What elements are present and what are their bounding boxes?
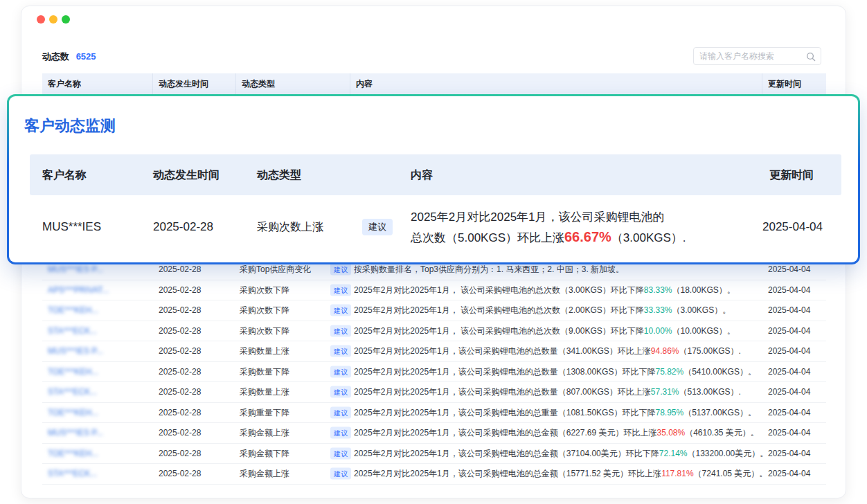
monitor-popup: 客户动态监测 客户名称 动态发生时间 动态类型 内容 更新时间 MUS***IE… (7, 94, 860, 264)
percent-highlight: 78.95% (655, 407, 683, 417)
table-row[interactable]: APS***PRIVAT...2025-02-28采购次数下降建议2025年2月… (42, 280, 826, 301)
percent-highlight: 75.82% (655, 366, 683, 376)
event-type: 采购金额下降 (240, 447, 289, 459)
table-row[interactable]: TOE***KEH...2025-02-28采购数量下降建议2025年2月对比2… (42, 362, 826, 383)
content-cell: 2025年2月对比2025年1月， 该公司采购锂电池的总次数（2.00KGS）环… (354, 305, 731, 316)
customer-name-link[interactable]: STA***ECK... (48, 326, 97, 336)
percent-highlight: 35.08% (656, 428, 685, 438)
content-cell: 2025年2月对比2025年1月，该公司采购锂电池的总金额（15771.52 美… (354, 468, 764, 480)
customer-name-link[interactable]: APS***PRIVAT... (48, 285, 109, 295)
update-date: 2025-04-04 (768, 387, 810, 397)
customer-name-link[interactable]: MUS***IES P... (48, 428, 103, 438)
content-text: （4610.35 美元）。 (685, 428, 759, 438)
suggestion-badge: 建议 (330, 468, 351, 480)
event-date: 2025-02-28 (159, 285, 201, 295)
customer-name-link[interactable]: MUS***IES P... (48, 264, 103, 274)
close-button[interactable] (37, 15, 45, 24)
content-text: （18.00KGS）。 (672, 285, 735, 294)
content-line-2: 总次数（5.00KGS）环比上涨66.67%（3.00KGS）. (411, 227, 686, 248)
column-header-update-date: 更新时间 (762, 73, 826, 94)
event-type: 采购次数下降 (240, 284, 289, 296)
event-date: 2025-02-28 (159, 469, 201, 478)
customer-name: MUS***IES (42, 220, 101, 234)
table-row[interactable]: TOE***KEH...2025-02-28采购次数下降建议2025年2月对比2… (42, 300, 826, 321)
customer-name-link[interactable]: TOE***KEH... (48, 449, 98, 458)
update-date: 2025-04-04 (768, 408, 810, 417)
column-header-content: 内容 (350, 73, 762, 94)
content-cell: 2025年2月对比2025年1月， 该公司采购锂电池的总次数（3.00KGS）环… (354, 284, 735, 296)
toolbar: 动态数 6525 (42, 46, 825, 67)
customer-name-link[interactable]: TOE***KEH... (48, 305, 98, 315)
suggestion-badge: 建议 (330, 345, 351, 357)
monitor-popup-body: 客户动态监测 客户名称 动态发生时间 动态类型 内容 更新时间 MUS***IE… (9, 96, 858, 262)
content-text: （133200.00美元）。 (688, 448, 765, 458)
content-text: 2025年2月对比2025年1月， 该公司采购锂电池的总次数（2.00KGS）环… (354, 305, 644, 315)
table-row[interactable]: STA***ECK...2025-02-28采购次数下降建议2025年2月对比2… (42, 321, 826, 342)
content-cell: 2025年2月对比2025年1月，该公司采购锂电池的总数量（341.00KGS）… (354, 345, 741, 357)
event-type: 采购Top供应商变化 (240, 264, 311, 276)
popup-column-customer: 客户名称 (42, 154, 87, 195)
content-cell: 按采购数量排名，Top3供应商分别为：1. 马来西亚；2. 中国；3. 新加坡。 (354, 264, 624, 276)
suggestion-badge: 建议 (362, 219, 393, 235)
suggestion-badge: 建议 (330, 264, 351, 276)
event-date: 2025-02-28 (159, 367, 201, 377)
event-type: 采购数量上涨 (240, 386, 289, 398)
suggestion-badge: 建议 (330, 386, 351, 398)
maximize-button[interactable] (62, 15, 70, 24)
customer-name-link[interactable]: STA***ECK... (48, 469, 97, 478)
search-box[interactable] (693, 47, 821, 65)
event-date: 2025-02-28 (159, 326, 201, 336)
content-cell: 2025年2月对比2025年1月，该公司采购锂电池的总重量（1081.50KGS… (354, 406, 756, 418)
customer-name-link[interactable]: STA***ECK... (48, 387, 97, 397)
table-row[interactable]: MUS***IES P...2025-02-28采购金额上涨建议2025年2月对… (42, 423, 826, 444)
content-cell: 2025年2月对比2025年1月，该公司采购锂电池的总数量（1308.00KGS… (354, 366, 756, 377)
popup-column-event-date: 动态发生时间 (153, 154, 220, 195)
customer-name-link[interactable]: MUS***IES P... (48, 346, 103, 356)
table-row[interactable]: TOE***KEH...2025-02-28采购重量下降建议2025年2月对比2… (42, 403, 826, 424)
event-date: 2025-02-28 (159, 264, 201, 274)
popup-table-row: MUS***IES 2025-02-28 采购次数上涨 建议 2025年2月对比… (30, 195, 841, 259)
window-controls (37, 15, 70, 24)
percent-highlight: 57.31% (651, 387, 679, 397)
content-text: 2025年2月对比2025年1月，该公司采购锂电池的总金额（6227.69 美元… (354, 428, 656, 438)
popup-column-update-date: 更新时间 (769, 154, 814, 195)
suggestion-badge: 建议 (330, 366, 351, 377)
customer-name-link[interactable]: TOE***KEH... (48, 408, 98, 417)
dynamic-count: 动态数 6525 (42, 51, 96, 63)
update-date: 2025-04-04 (768, 305, 810, 315)
popup-table-header: 客户名称 动态发生时间 动态类型 内容 更新时间 (30, 154, 841, 195)
content-cell: 2025年2月对比2025年1月，该公司采购锂电池的总数量（807.00KGS）… (354, 386, 741, 398)
update-date: 2025-04-04 (768, 367, 810, 377)
suggestion-badge: 建议 (330, 325, 351, 336)
percent-highlight: 94.86% (651, 346, 679, 356)
update-date: 2025-04-04 (762, 220, 823, 234)
customer-name-link[interactable]: TOE***KEH... (48, 367, 98, 377)
event-type: 采购重量下降 (240, 406, 289, 418)
popup-column-content: 内容 (411, 154, 433, 195)
event-type: 采购数量下降 (240, 366, 289, 377)
minimize-button[interactable] (49, 15, 57, 24)
content-text: 2025年2月对比2025年1月， 该公司采购锂电池的总次数（9.00KGS）环… (354, 325, 644, 335)
table-row[interactable]: STA***ECK...2025-02-28采购数量上涨建议2025年2月对比2… (42, 382, 826, 403)
event-date: 2025-02-28 (159, 387, 201, 397)
content-text: （5410.00KGS）。 (683, 366, 756, 376)
content-line-1: 2025年2月对比2025年1月，该公司采购锂电池的 (411, 207, 686, 227)
content-cell: 2025年2月对比2025年1月，该公司采购锂电池的 总次数（5.00KGS）环… (411, 207, 686, 248)
suggestion-badge: 建议 (330, 305, 351, 316)
event-date: 2025-02-28 (159, 408, 201, 417)
content-text: （10.00KGS）。 (672, 325, 735, 335)
event-date: 2025-02-28 (159, 428, 201, 438)
search-input[interactable] (694, 48, 799, 64)
percent-highlight: 10.00% (644, 325, 672, 335)
search-icon[interactable] (806, 52, 816, 62)
table-row[interactable]: TOE***KEH...2025-02-28采购金额下降建议2025年2月对比2… (42, 444, 826, 465)
table-row[interactable]: STA***ECK...2025-02-28采购金额上涨建议2025年2月对比2… (42, 464, 826, 485)
suggestion-badge: 建议 (330, 447, 351, 459)
table-row[interactable]: MUS***IES P...2025-02-28采购数量上涨建议2025年2月对… (42, 341, 826, 362)
update-date: 2025-04-04 (768, 264, 810, 274)
suggestion-badge: 建议 (330, 284, 351, 296)
content-text: 2025年2月对比2025年1月，该公司采购锂电池的总数量（807.00KGS）… (354, 387, 651, 397)
content-text: 2025年2月对比2025年1月，该公司采购锂电池的总重量（1081.50KGS… (354, 407, 655, 417)
content-text: 2025年2月对比2025年1月， 该公司采购锂电池的总次数（3.00KGS）环… (354, 285, 644, 294)
update-date: 2025-04-04 (768, 469, 810, 478)
